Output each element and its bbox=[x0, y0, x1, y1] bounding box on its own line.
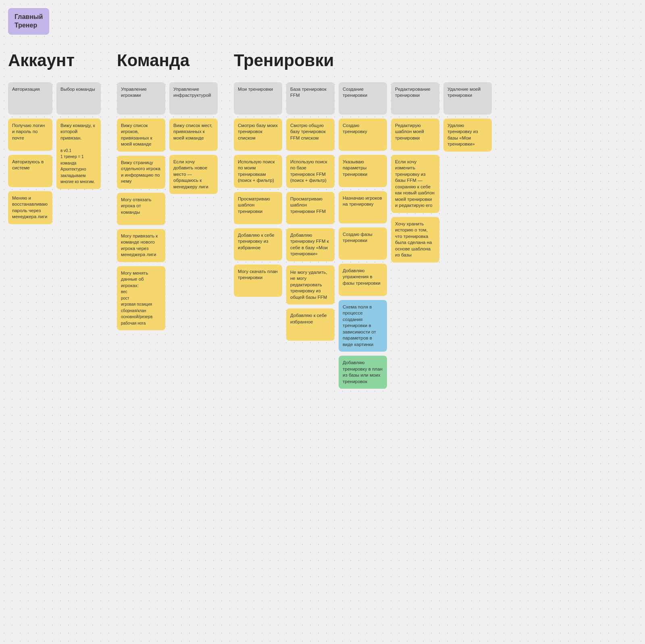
card-add-ffm-favorite: Добавляю к себе избранное bbox=[286, 308, 335, 341]
header-card: ГлавныйТренер bbox=[8, 8, 49, 35]
sections-container: Аккаунт Авторизация Получаю логин и паро… bbox=[8, 51, 637, 389]
card-search-ffm: Использую поиск по базе тренировок FFM (… bbox=[286, 155, 335, 188]
card-add-to-favorites-my: Добавляю к себе тренировку из избранное bbox=[234, 228, 282, 261]
card-add-to-plan: Добавляю тренировку в план из базы или м… bbox=[339, 356, 387, 389]
card-copy-ffm-edit: Если хочу изменить тренировку из базы FF… bbox=[391, 155, 439, 213]
card-ffm-base-header: База тренировок FFM bbox=[286, 82, 335, 115]
card-see-team: Вижу команду, к которой привязан.в v0.11… bbox=[56, 119, 101, 189]
column-delete-training: Удаление моей тренировки Удаляю трениров… bbox=[443, 82, 492, 152]
card-detach-player: Могу отвязать игрока от команды bbox=[117, 193, 165, 225]
card-add-place: Если хочу добавить новое место — обращаю… bbox=[169, 155, 218, 194]
card-edit-my-template: Редактирую шаблон моей тренировки bbox=[391, 119, 439, 151]
card-create-training: Создаю тренировку bbox=[339, 119, 387, 151]
card-create-training-header: Создание тренировки bbox=[339, 82, 387, 115]
card-view-training-template: Просматриваю шаблон тренировки bbox=[234, 192, 282, 224]
card-see-player-list: Вижу список игроков, привязанных к моей … bbox=[117, 119, 165, 152]
column-infrastructure: Управление инфраструктурой Вижу список м… bbox=[169, 82, 218, 194]
card-authorize-system: Авторизуюсь в системе bbox=[8, 155, 52, 187]
card-assign-players: Назначаю игроков на тренировку bbox=[339, 191, 387, 223]
card-search-my-trainings: Использую поиск по моим тренировкам (пои… bbox=[234, 155, 282, 188]
card-field-schema: Схема поля в процессе создания тренировк… bbox=[339, 300, 387, 352]
card-set-params: Указываю параметры тренировки bbox=[339, 155, 387, 187]
column-my-trainings: Мои тренировки Смотрю базу моих трениров… bbox=[234, 82, 282, 297]
section-account: Аккаунт Авторизация Получаю логин и паро… bbox=[8, 51, 101, 224]
card-authorization-header: Авторизация bbox=[8, 82, 52, 115]
card-create-phases: Создаю фазы тренировки bbox=[339, 227, 387, 260]
column-player-management: Управление игроками Вижу список игроков,… bbox=[117, 82, 165, 331]
section-team-title: Команда bbox=[117, 51, 218, 70]
card-attach-player: Могу привязать к команде нового игрока ч… bbox=[117, 229, 165, 262]
card-add-exercises: Добавляю упражнения в фазы тренировки bbox=[339, 264, 387, 296]
card-cannot-edit-ffm: Не могу удалить, не могу редактировать т… bbox=[286, 265, 335, 305]
section-trainings: Тренировки Мои тренировки Смотрю базу мо… bbox=[234, 51, 492, 389]
card-download-plan: Могу скачать план тренировки bbox=[234, 265, 282, 297]
card-my-trainings-header: Мои тренировки bbox=[234, 82, 282, 115]
column-authorization: Авторизация Получаю логин и пароль по по… bbox=[8, 82, 52, 224]
section-trainings-title: Тренировки bbox=[234, 51, 492, 70]
card-view-ffm-base: Смотрю общую базу тренировок FFM списком bbox=[286, 119, 335, 151]
card-login-by-email: Получаю логин и пароль по почте bbox=[8, 119, 52, 151]
header-card-text: ГлавныйТренер bbox=[15, 13, 43, 30]
trainings-columns: Мои тренировки Смотрю базу моих трениров… bbox=[234, 82, 492, 389]
card-team-select-header: Выбор команды bbox=[56, 82, 101, 115]
section-account-title: Аккаунт bbox=[8, 51, 101, 70]
column-ffm-base: База тренировок FFM Смотрю общую базу тр… bbox=[286, 82, 335, 341]
card-view-my-trainings: Смотрю базу моих тренировок списком bbox=[234, 119, 282, 151]
card-player-management-header: Управление игроками bbox=[117, 82, 165, 115]
card-add-ffm-to-my: Добавляю тренировку FFM к себе в базу «М… bbox=[286, 228, 335, 261]
card-edit-training-header: Редактирование тренировки bbox=[391, 82, 439, 115]
card-see-player-page: Вижу страницу отдельного игрока и информ… bbox=[117, 156, 165, 189]
card-see-places: Вижу список мест, привязанных к моей ком… bbox=[169, 119, 218, 151]
card-history-based-on: Хочу хранить историю о том, что трениров… bbox=[391, 217, 439, 263]
card-delete-training-header: Удаление моей тренировки bbox=[443, 82, 492, 115]
column-create-training: Создание тренировки Создаю тренировку Ук… bbox=[339, 82, 387, 389]
card-change-password: Меняю и восстанавливаю пароль через мене… bbox=[8, 191, 52, 224]
card-infrastructure-header: Управление инфраструктурой bbox=[169, 82, 218, 115]
column-edit-training: Редактирование тренировки Редактирую шаб… bbox=[391, 82, 439, 263]
column-team-select: Выбор команды Вижу команду, к которой пр… bbox=[56, 82, 101, 189]
card-view-ffm-template: Просматриваю шаблон тренировки FFM bbox=[286, 192, 335, 224]
section-team: Команда Управление игроками Вижу список … bbox=[117, 51, 218, 331]
account-columns: Авторизация Получаю логин и пароль по по… bbox=[8, 82, 101, 224]
team-columns: Управление игроками Вижу список игроков,… bbox=[117, 82, 218, 331]
card-delete-my-training: Удаляю тренировку из базы «Мои тренировк… bbox=[443, 119, 492, 152]
card-edit-player-data: Могу менять данные об игроках:весростигр… bbox=[117, 266, 165, 331]
